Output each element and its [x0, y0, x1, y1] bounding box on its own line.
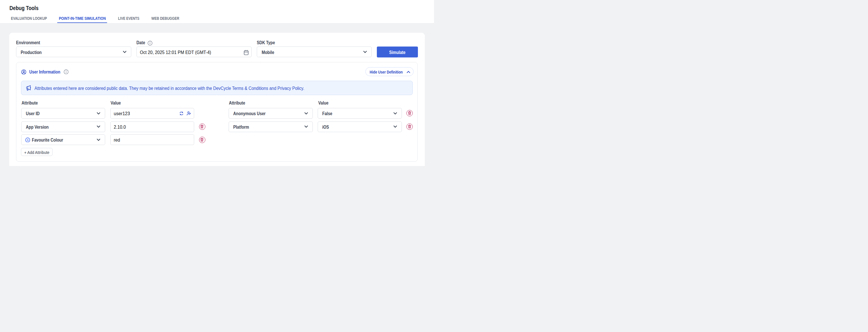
- svg-text:S: S: [27, 138, 29, 141]
